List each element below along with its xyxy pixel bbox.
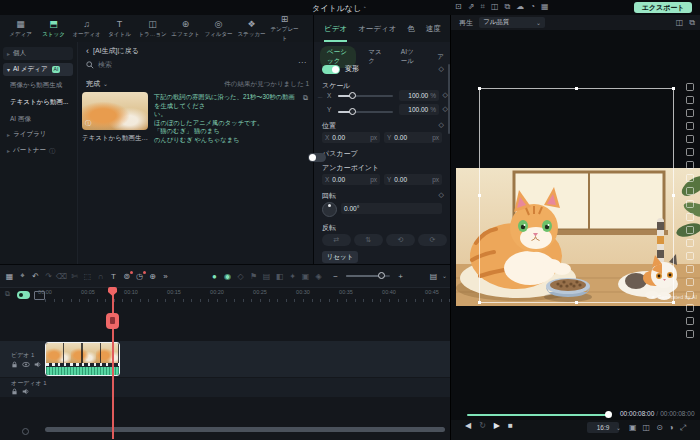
track-height-chevron-icon[interactable]: ⌄	[442, 273, 447, 279]
smart-cut-icon[interactable]: ⊚	[120, 272, 133, 281]
rotate-ccw-button[interactable]: ⟲	[386, 234, 415, 246]
render-preview-icon[interactable]: ●	[208, 272, 221, 281]
split-icon[interactable]: ✄	[68, 272, 81, 281]
keyframe-add-icon[interactable]: ◇	[234, 272, 247, 281]
timeline-scrollbar[interactable]	[45, 427, 445, 432]
contrast-icon[interactable]: ◑	[669, 424, 674, 432]
cloud-icon[interactable]: ☁	[516, 3, 524, 11]
display-mode-icon[interactable]: ◫	[676, 19, 684, 27]
rotate-dial[interactable]	[322, 202, 337, 217]
visibility-icon[interactable]	[22, 361, 30, 368]
mute-icon[interactable]	[34, 361, 41, 368]
play-icon[interactable]: ▶	[494, 422, 500, 430]
snapshot-tool-icon[interactable]: ▣	[299, 272, 312, 281]
more-icon[interactable]: ⋯	[298, 59, 306, 67]
transform-toggle[interactable]	[322, 65, 340, 74]
shortcut-icon[interactable]: ⌗	[480, 3, 485, 11]
tab-color[interactable]: 色	[407, 24, 415, 34]
scale-x-slider[interactable]	[338, 95, 393, 97]
playhead-line[interactable]	[112, 287, 114, 439]
zoom-out-icon[interactable]: −	[329, 272, 342, 281]
search-input[interactable]: 検索	[86, 60, 112, 70]
sidebar-item-image-to-video[interactable]: 画像から動画生成	[10, 81, 74, 90]
delete-icon[interactable]: ⌫	[55, 272, 68, 281]
quality-dropdown[interactable]: フル品質 ⌄	[479, 17, 545, 28]
preview-viewport[interactable]: ✦ Generated by AI	[451, 30, 700, 420]
ratio-chevron-icon[interactable]: ⌄	[616, 425, 621, 431]
undo-icon[interactable]: ↶	[29, 272, 42, 281]
link-clips-icon[interactable]: ⧉	[5, 290, 10, 297]
export-button[interactable]: エクスポート	[634, 2, 692, 13]
anchor-x-field[interactable]: X0.00 px	[322, 174, 380, 185]
position-x-field[interactable]: X0.00 px	[322, 132, 380, 143]
ai-tool-icon[interactable]: ✦	[286, 272, 299, 281]
position-keyframe-icon[interactable]: ◇	[439, 121, 444, 129]
scale-link-icon[interactable]: ⌒	[317, 96, 324, 105]
reset-button[interactable]: リセット	[322, 251, 358, 263]
tab-transition[interactable]: ◫トラ…ョン	[136, 19, 169, 39]
snapshot-icon[interactable]: ⊙	[656, 424, 663, 432]
tab-title[interactable]: Tタイトル	[103, 19, 136, 39]
scale-x-field[interactable]: 100.00%	[399, 90, 439, 101]
sidebar-item-partner[interactable]: ▸ パートナー ⓘ	[3, 144, 73, 157]
rotate-cw-button[interactable]: ⟳	[418, 234, 447, 246]
tab-template[interactable]: ⊞テンプレート	[268, 14, 301, 43]
prev-frame-icon[interactable]: ◀	[465, 422, 471, 430]
sidebar-item-ai-media[interactable]: ▾ AI メディア AI	[3, 63, 73, 76]
playhead-badge[interactable]	[106, 313, 119, 329]
device-icon[interactable]: ⊡	[455, 3, 462, 11]
more-tools-icon[interactable]: »	[159, 272, 172, 281]
sidebar-item-library[interactable]: ▸ ライブラリ	[3, 128, 73, 141]
back-row[interactable]: ‹ [AI生成]に戻る	[86, 46, 139, 56]
rotate-keyframe-icon[interactable]: ◇	[439, 191, 444, 199]
fullscreen-icon[interactable]: ⤢	[680, 424, 686, 432]
render-display-icon[interactable]: ◫	[643, 424, 651, 432]
keyframe-tool-icon[interactable]: ◉	[221, 272, 234, 281]
loop-icon[interactable]: ↻	[479, 422, 486, 430]
magnet-icon[interactable]: ∩	[94, 272, 107, 281]
preview-progress-bar[interactable]	[467, 414, 609, 416]
mixer-icon[interactable]: ▤	[260, 272, 273, 281]
sidebar-item-text-to-video[interactable]: テキストから動画...	[10, 98, 74, 107]
crop-icon[interactable]: ⬚	[81, 272, 94, 281]
stop-icon[interactable]: ■	[508, 422, 513, 430]
auto-ripple-toggle[interactable]	[17, 291, 30, 299]
lock-icon[interactable]	[11, 388, 18, 395]
media-browser-icon[interactable]: ▦	[3, 272, 16, 281]
clip-transform-box[interactable]	[479, 88, 674, 303]
tab-audio[interactable]: ♫オーディオ	[70, 19, 103, 39]
marker-icon[interactable]: ⚑	[247, 272, 260, 281]
flip-vertical-button[interactable]: ⇅	[354, 234, 383, 246]
zoom-tool-icon[interactable]: ⊕	[146, 272, 159, 281]
video-result-thumbnail[interactable]: ⓘ	[82, 92, 148, 130]
tab-effect[interactable]: ⊛エフェクト	[169, 19, 202, 39]
transform-keyframe-icon[interactable]: ◇	[439, 65, 444, 73]
position-y-field[interactable]: Y0.00 px	[384, 132, 442, 143]
share-icon[interactable]: ⇗	[468, 3, 475, 11]
tab-audio-props[interactable]: オーディオ	[358, 24, 396, 34]
track-height-icon[interactable]: ▤	[427, 272, 440, 281]
timeline-ruler[interactable]: ⧉ 00:00 00:05 00:10 00:15 00:20 00:25 00…	[0, 287, 450, 303]
layout-icon[interactable]: ▦	[541, 3, 549, 11]
path-curve-toggle[interactable]	[308, 153, 326, 162]
notification-icon[interactable]: ◔	[530, 3, 535, 11]
tab-filter[interactable]: ◎フィルター	[202, 19, 235, 39]
status-filter[interactable]: 完成 ⌄	[86, 79, 108, 89]
scale-y-slider[interactable]	[338, 111, 393, 113]
mask-tool-icon[interactable]: ◧	[273, 272, 286, 281]
subtab-ai-tools[interactable]: AIツール	[394, 46, 426, 68]
history-icon[interactable]: ◔	[362, 4, 366, 11]
redo-icon[interactable]: ↷	[42, 272, 55, 281]
tab-speed[interactable]: 速度	[426, 24, 441, 34]
tab-media[interactable]: ▦メディア	[4, 19, 37, 39]
lock-icon[interactable]	[11, 361, 18, 368]
speed-tool-icon[interactable]: ◷	[133, 272, 146, 281]
tab-sticker[interactable]: ❖ステッカー	[235, 19, 268, 39]
copy-project-icon[interactable]: ⧉	[504, 3, 510, 11]
copy-prompt-icon[interactable]: ⧉	[303, 94, 308, 101]
progress-handle[interactable]	[605, 411, 612, 418]
tab-video[interactable]: ビデオ	[324, 24, 347, 34]
pip-icon[interactable]: ⧉	[689, 19, 695, 27]
anchor-y-field[interactable]: Y0.00 px	[384, 174, 442, 185]
zoom-in-icon[interactable]: +	[394, 272, 407, 281]
